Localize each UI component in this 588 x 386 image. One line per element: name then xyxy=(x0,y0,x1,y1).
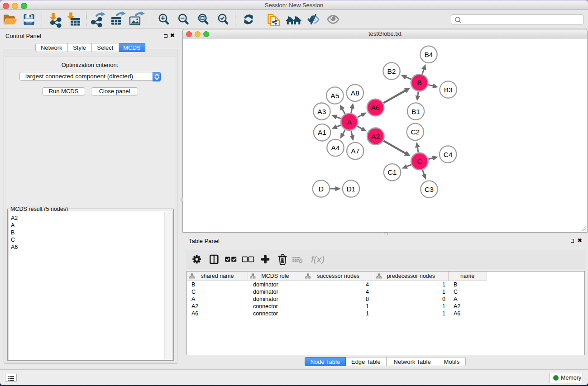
svg-text:D: D xyxy=(319,185,324,192)
svg-text:B3: B3 xyxy=(444,86,453,93)
svg-text:A3: A3 xyxy=(317,107,326,115)
svg-text:C1: C1 xyxy=(388,168,397,176)
svg-text:A7: A7 xyxy=(351,147,359,155)
svg-text:f(x): f(x) xyxy=(311,254,325,264)
svg-text:B1: B1 xyxy=(411,107,420,115)
svg-text:B: B xyxy=(417,79,421,86)
svg-text:C: C xyxy=(417,157,422,165)
svg-text:C3: C3 xyxy=(425,185,434,193)
svg-text:A8: A8 xyxy=(351,89,359,96)
svg-text:A5: A5 xyxy=(330,91,339,99)
svg-text:D1: D1 xyxy=(347,185,356,192)
svg-text:A6: A6 xyxy=(371,104,380,111)
svg-text:C2: C2 xyxy=(411,128,420,135)
svg-text:B2: B2 xyxy=(387,67,396,75)
svg-text:A2: A2 xyxy=(371,132,380,140)
svg-text:C4: C4 xyxy=(444,150,453,158)
svg-text:A: A xyxy=(347,118,352,125)
svg-text:A1: A1 xyxy=(318,129,326,136)
svg-text:A4: A4 xyxy=(331,144,340,152)
svg-text:B4: B4 xyxy=(425,50,433,58)
